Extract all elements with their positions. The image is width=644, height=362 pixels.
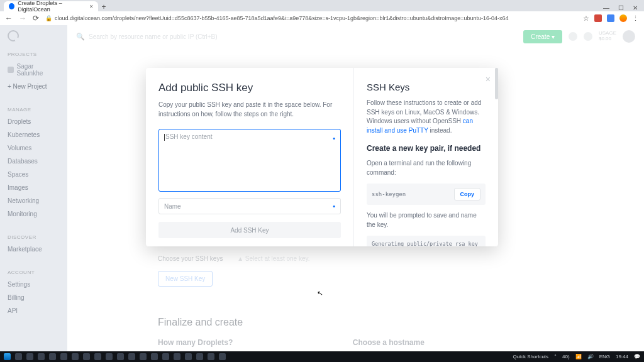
- reload-button[interactable]: ⟳: [33, 14, 39, 23]
- app-icon[interactable]: [60, 353, 67, 360]
- ssh-key-name-input[interactable]: Name •: [158, 198, 341, 214]
- tray-volume-icon[interactable]: 🔊: [587, 354, 594, 359]
- app-icon[interactable]: [174, 353, 180, 360]
- app-icon[interactable]: [208, 353, 214, 360]
- lock-icon: 🔒: [45, 15, 52, 21]
- sidebar-item-spaces[interactable]: Spaces: [0, 168, 67, 181]
- app-icon[interactable]: [219, 353, 226, 360]
- sidebar-section-discover: DISCOVER: [0, 232, 67, 243]
- sidebar-item-databases[interactable]: Databases: [0, 155, 67, 168]
- tray-notifications-icon[interactable]: 💬: [634, 354, 640, 359]
- sidebar-section-manage: MANAGE: [0, 104, 67, 115]
- windows-taskbar: Quick Shortcuts ˄ 40) 📶 🔊 ENG 19:44 💬: [0, 351, 644, 362]
- menu-icon[interactable]: ⋮: [632, 14, 639, 23]
- address-bar[interactable]: 🔒 cloud.digitalocean.com/droplets/new?fl…: [45, 15, 577, 21]
- sidebar-item-kubernetes[interactable]: Kubernetes: [0, 128, 67, 141]
- start-button[interactable]: [4, 353, 11, 360]
- app-icon[interactable]: [162, 353, 169, 360]
- search-taskbar-icon[interactable]: [15, 353, 22, 360]
- sidebar-item-marketplace[interactable]: Marketplace: [0, 243, 67, 256]
- help-text: Follow these instructions to create or a…: [367, 99, 486, 135]
- app-icon[interactable]: [196, 353, 203, 360]
- ssh-key-modal: × Add public SSH key Copy your public SS…: [146, 68, 498, 246]
- tab-title: Create Droplets – DigitalOcean: [18, 0, 89, 13]
- required-indicator: •: [333, 202, 335, 210]
- sidebar-section-account: ACCOUNT: [0, 267, 67, 278]
- app-icon[interactable]: [94, 353, 101, 360]
- sidebar-item-settings[interactable]: Settings: [0, 278, 67, 291]
- code-snippet: ssh-keygen Copy: [367, 184, 486, 205]
- quick-shortcuts[interactable]: Quick Shortcuts: [513, 354, 548, 359]
- help-title: SSH Keys: [367, 82, 486, 92]
- url-text: cloud.digitalocean.com/droplets/new?flee…: [55, 15, 509, 21]
- app-icon[interactable]: [83, 353, 90, 360]
- app-icon[interactable]: [128, 353, 135, 360]
- window-close-icon[interactable]: ✕: [633, 4, 638, 11]
- star-icon[interactable]: ☆: [583, 14, 589, 23]
- logo-icon[interactable]: [8, 30, 19, 41]
- sidebar-project[interactable]: Sagar Salunkhe: [0, 60, 67, 80]
- browser-tab[interactable]: Create Droplets – DigitalOcean ×: [4, 1, 98, 11]
- app-icon[interactable]: [140, 353, 147, 360]
- extension-icon[interactable]: [594, 14, 602, 22]
- help-text-2: Open a terminal and run the following co…: [367, 159, 486, 177]
- new-project-button[interactable]: + New Project: [0, 80, 67, 93]
- window-maximize-icon[interactable]: ☐: [618, 4, 624, 11]
- help-text-3: You will be prompted to save and name th…: [367, 211, 486, 229]
- code-text: ssh-keygen: [372, 191, 406, 197]
- close-icon[interactable]: ×: [89, 3, 93, 10]
- sidebar: PROJECTS Sagar Salunkhe + New Project MA…: [0, 25, 67, 351]
- help-subheading: Create a new key pair, if needed: [367, 144, 486, 153]
- app-icon[interactable]: [117, 353, 124, 360]
- sidebar-item-monitoring[interactable]: Monitoring: [0, 207, 67, 221]
- profile-avatar-icon[interactable]: [619, 14, 627, 22]
- sidebar-item-networking[interactable]: Networking: [0, 194, 67, 207]
- app-icon[interactable]: [106, 353, 113, 360]
- ssh-key-textarea[interactable]: SSH key content •: [158, 129, 341, 192]
- app-icon[interactable]: [151, 353, 158, 360]
- tray-lang[interactable]: ENG: [599, 354, 610, 359]
- sidebar-item-images[interactable]: Images: [0, 181, 67, 194]
- sidebar-item-droplets[interactable]: Droplets: [0, 115, 67, 128]
- copy-button[interactable]: Copy: [454, 188, 481, 200]
- extension-icon[interactable]: [607, 14, 614, 22]
- required-indicator: •: [333, 134, 335, 142]
- app-icon[interactable]: [72, 353, 79, 360]
- back-button[interactable]: ←: [5, 14, 13, 23]
- task-view-icon[interactable]: [38, 353, 45, 360]
- sidebar-item-api[interactable]: API: [0, 304, 67, 317]
- code-output: Generating public/private rsa key pair. …: [367, 236, 486, 246]
- sidebar-item-volumes[interactable]: Volumes: [0, 141, 67, 155]
- app-icon[interactable]: [49, 353, 56, 360]
- add-ssh-key-button[interactable]: Add SSH Key: [158, 222, 341, 238]
- tray-net[interactable]: 40): [562, 354, 570, 359]
- modal-subtitle: Copy your public SSH key and paste it in…: [158, 101, 341, 119]
- window-minimize-icon[interactable]: —: [603, 4, 609, 11]
- app-icon[interactable]: [185, 353, 192, 360]
- modal-scrollbar[interactable]: [495, 68, 498, 99]
- tray-time[interactable]: 19:44: [616, 354, 628, 359]
- tray-chevron-icon[interactable]: ˄: [554, 354, 557, 359]
- favicon-icon: [9, 3, 14, 9]
- cortana-icon[interactable]: [26, 353, 33, 360]
- modal-title: Add public SSH key: [158, 82, 341, 94]
- tray-wifi-icon[interactable]: 📶: [575, 354, 582, 359]
- sidebar-section-projects: PROJECTS: [0, 49, 67, 60]
- new-tab-button[interactable]: +: [98, 3, 109, 11]
- forward-button[interactable]: →: [19, 14, 26, 23]
- sidebar-item-billing[interactable]: Billing: [0, 291, 67, 304]
- project-icon: [8, 67, 14, 73]
